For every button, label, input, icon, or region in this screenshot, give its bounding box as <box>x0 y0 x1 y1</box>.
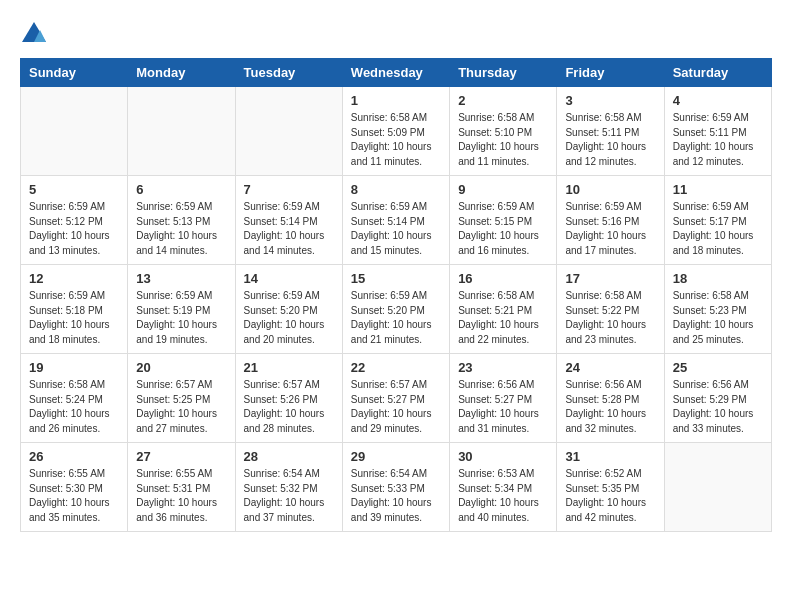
calendar-cell <box>21 87 128 176</box>
cell-sun-info: Sunrise: 6:56 AMSunset: 5:29 PMDaylight:… <box>673 378 763 436</box>
calendar-cell: 31Sunrise: 6:52 AMSunset: 5:35 PMDayligh… <box>557 443 664 532</box>
cell-sun-info: Sunrise: 6:52 AMSunset: 5:35 PMDaylight:… <box>565 467 655 525</box>
cell-sun-info: Sunrise: 6:59 AMSunset: 5:13 PMDaylight:… <box>136 200 226 258</box>
day-number: 22 <box>351 360 441 375</box>
cell-sun-info: Sunrise: 6:59 AMSunset: 5:18 PMDaylight:… <box>29 289 119 347</box>
day-number: 28 <box>244 449 334 464</box>
column-header-saturday: Saturday <box>664 59 771 87</box>
day-number: 5 <box>29 182 119 197</box>
day-number: 13 <box>136 271 226 286</box>
cell-sun-info: Sunrise: 6:55 AMSunset: 5:31 PMDaylight:… <box>136 467 226 525</box>
calendar-cell: 30Sunrise: 6:53 AMSunset: 5:34 PMDayligh… <box>450 443 557 532</box>
day-number: 20 <box>136 360 226 375</box>
cell-sun-info: Sunrise: 6:57 AMSunset: 5:26 PMDaylight:… <box>244 378 334 436</box>
column-header-monday: Monday <box>128 59 235 87</box>
calendar-cell: 2Sunrise: 6:58 AMSunset: 5:10 PMDaylight… <box>450 87 557 176</box>
day-number: 23 <box>458 360 548 375</box>
calendar-cell: 16Sunrise: 6:58 AMSunset: 5:21 PMDayligh… <box>450 265 557 354</box>
cell-sun-info: Sunrise: 6:54 AMSunset: 5:32 PMDaylight:… <box>244 467 334 525</box>
day-number: 25 <box>673 360 763 375</box>
calendar-cell: 23Sunrise: 6:56 AMSunset: 5:27 PMDayligh… <box>450 354 557 443</box>
day-number: 27 <box>136 449 226 464</box>
day-number: 9 <box>458 182 548 197</box>
calendar-cell: 29Sunrise: 6:54 AMSunset: 5:33 PMDayligh… <box>342 443 449 532</box>
calendar-cell: 12Sunrise: 6:59 AMSunset: 5:18 PMDayligh… <box>21 265 128 354</box>
day-number: 17 <box>565 271 655 286</box>
day-number: 14 <box>244 271 334 286</box>
cell-sun-info: Sunrise: 6:58 AMSunset: 5:24 PMDaylight:… <box>29 378 119 436</box>
cell-sun-info: Sunrise: 6:57 AMSunset: 5:27 PMDaylight:… <box>351 378 441 436</box>
calendar-cell: 18Sunrise: 6:58 AMSunset: 5:23 PMDayligh… <box>664 265 771 354</box>
cell-sun-info: Sunrise: 6:59 AMSunset: 5:20 PMDaylight:… <box>244 289 334 347</box>
day-number: 11 <box>673 182 763 197</box>
cell-sun-info: Sunrise: 6:59 AMSunset: 5:12 PMDaylight:… <box>29 200 119 258</box>
day-number: 19 <box>29 360 119 375</box>
calendar-header-row: SundayMondayTuesdayWednesdayThursdayFrid… <box>21 59 772 87</box>
cell-sun-info: Sunrise: 6:59 AMSunset: 5:11 PMDaylight:… <box>673 111 763 169</box>
cell-sun-info: Sunrise: 6:54 AMSunset: 5:33 PMDaylight:… <box>351 467 441 525</box>
day-number: 2 <box>458 93 548 108</box>
cell-sun-info: Sunrise: 6:53 AMSunset: 5:34 PMDaylight:… <box>458 467 548 525</box>
calendar-cell <box>664 443 771 532</box>
cell-sun-info: Sunrise: 6:58 AMSunset: 5:09 PMDaylight:… <box>351 111 441 169</box>
day-number: 3 <box>565 93 655 108</box>
logo <box>20 20 52 48</box>
calendar-cell: 28Sunrise: 6:54 AMSunset: 5:32 PMDayligh… <box>235 443 342 532</box>
calendar-cell: 14Sunrise: 6:59 AMSunset: 5:20 PMDayligh… <box>235 265 342 354</box>
cell-sun-info: Sunrise: 6:58 AMSunset: 5:11 PMDaylight:… <box>565 111 655 169</box>
calendar-week-row: 19Sunrise: 6:58 AMSunset: 5:24 PMDayligh… <box>21 354 772 443</box>
day-number: 21 <box>244 360 334 375</box>
calendar-cell: 7Sunrise: 6:59 AMSunset: 5:14 PMDaylight… <box>235 176 342 265</box>
calendar-cell: 25Sunrise: 6:56 AMSunset: 5:29 PMDayligh… <box>664 354 771 443</box>
column-header-friday: Friday <box>557 59 664 87</box>
calendar-week-row: 12Sunrise: 6:59 AMSunset: 5:18 PMDayligh… <box>21 265 772 354</box>
cell-sun-info: Sunrise: 6:58 AMSunset: 5:22 PMDaylight:… <box>565 289 655 347</box>
page-header <box>20 20 772 48</box>
calendar-cell: 11Sunrise: 6:59 AMSunset: 5:17 PMDayligh… <box>664 176 771 265</box>
day-number: 30 <box>458 449 548 464</box>
cell-sun-info: Sunrise: 6:59 AMSunset: 5:16 PMDaylight:… <box>565 200 655 258</box>
calendar-cell <box>235 87 342 176</box>
cell-sun-info: Sunrise: 6:58 AMSunset: 5:21 PMDaylight:… <box>458 289 548 347</box>
calendar-week-row: 5Sunrise: 6:59 AMSunset: 5:12 PMDaylight… <box>21 176 772 265</box>
day-number: 26 <box>29 449 119 464</box>
cell-sun-info: Sunrise: 6:56 AMSunset: 5:28 PMDaylight:… <box>565 378 655 436</box>
day-number: 7 <box>244 182 334 197</box>
cell-sun-info: Sunrise: 6:59 AMSunset: 5:19 PMDaylight:… <box>136 289 226 347</box>
calendar-cell: 21Sunrise: 6:57 AMSunset: 5:26 PMDayligh… <box>235 354 342 443</box>
calendar-cell: 26Sunrise: 6:55 AMSunset: 5:30 PMDayligh… <box>21 443 128 532</box>
day-number: 16 <box>458 271 548 286</box>
calendar-cell: 9Sunrise: 6:59 AMSunset: 5:15 PMDaylight… <box>450 176 557 265</box>
day-number: 15 <box>351 271 441 286</box>
cell-sun-info: Sunrise: 6:59 AMSunset: 5:20 PMDaylight:… <box>351 289 441 347</box>
calendar-cell: 19Sunrise: 6:58 AMSunset: 5:24 PMDayligh… <box>21 354 128 443</box>
calendar-cell <box>128 87 235 176</box>
calendar-week-row: 1Sunrise: 6:58 AMSunset: 5:09 PMDaylight… <box>21 87 772 176</box>
calendar-cell: 10Sunrise: 6:59 AMSunset: 5:16 PMDayligh… <box>557 176 664 265</box>
calendar-cell: 27Sunrise: 6:55 AMSunset: 5:31 PMDayligh… <box>128 443 235 532</box>
day-number: 10 <box>565 182 655 197</box>
calendar-cell: 5Sunrise: 6:59 AMSunset: 5:12 PMDaylight… <box>21 176 128 265</box>
day-number: 8 <box>351 182 441 197</box>
day-number: 18 <box>673 271 763 286</box>
calendar-cell: 15Sunrise: 6:59 AMSunset: 5:20 PMDayligh… <box>342 265 449 354</box>
calendar-table: SundayMondayTuesdayWednesdayThursdayFrid… <box>20 58 772 532</box>
calendar-cell: 8Sunrise: 6:59 AMSunset: 5:14 PMDaylight… <box>342 176 449 265</box>
cell-sun-info: Sunrise: 6:57 AMSunset: 5:25 PMDaylight:… <box>136 378 226 436</box>
calendar-cell: 20Sunrise: 6:57 AMSunset: 5:25 PMDayligh… <box>128 354 235 443</box>
day-number: 6 <box>136 182 226 197</box>
cell-sun-info: Sunrise: 6:56 AMSunset: 5:27 PMDaylight:… <box>458 378 548 436</box>
column-header-sunday: Sunday <box>21 59 128 87</box>
calendar-cell: 6Sunrise: 6:59 AMSunset: 5:13 PMDaylight… <box>128 176 235 265</box>
cell-sun-info: Sunrise: 6:59 AMSunset: 5:15 PMDaylight:… <box>458 200 548 258</box>
cell-sun-info: Sunrise: 6:55 AMSunset: 5:30 PMDaylight:… <box>29 467 119 525</box>
calendar-cell: 17Sunrise: 6:58 AMSunset: 5:22 PMDayligh… <box>557 265 664 354</box>
calendar-cell: 1Sunrise: 6:58 AMSunset: 5:09 PMDaylight… <box>342 87 449 176</box>
day-number: 12 <box>29 271 119 286</box>
column-header-wednesday: Wednesday <box>342 59 449 87</box>
cell-sun-info: Sunrise: 6:59 AMSunset: 5:17 PMDaylight:… <box>673 200 763 258</box>
day-number: 4 <box>673 93 763 108</box>
calendar-week-row: 26Sunrise: 6:55 AMSunset: 5:30 PMDayligh… <box>21 443 772 532</box>
cell-sun-info: Sunrise: 6:58 AMSunset: 5:23 PMDaylight:… <box>673 289 763 347</box>
calendar-cell: 24Sunrise: 6:56 AMSunset: 5:28 PMDayligh… <box>557 354 664 443</box>
